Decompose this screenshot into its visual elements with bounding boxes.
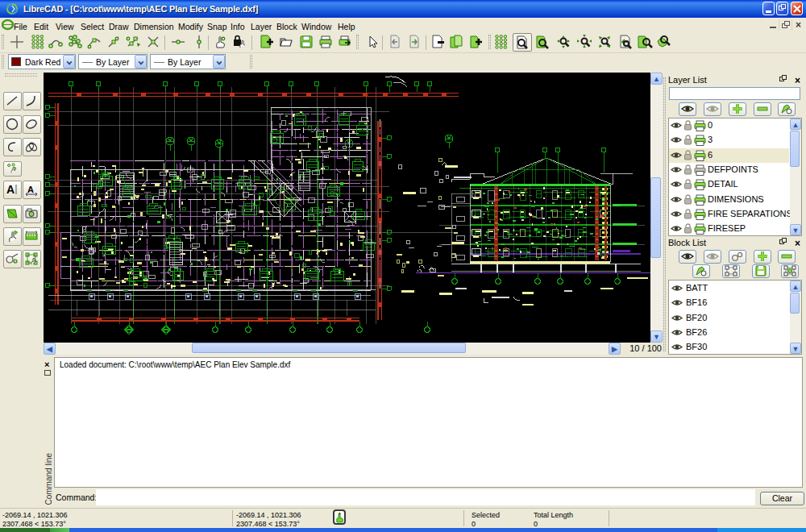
svg-text:A: A	[6, 183, 15, 196]
svg-text:A: A	[27, 185, 34, 194]
